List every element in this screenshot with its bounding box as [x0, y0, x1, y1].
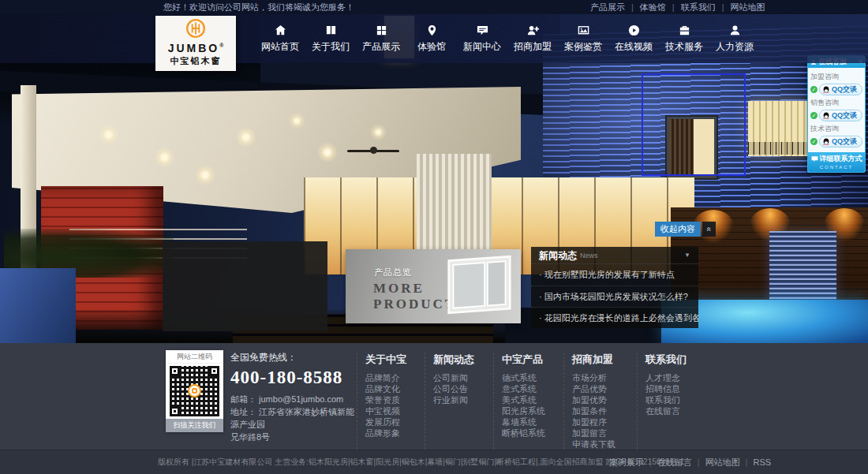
topbar-link-sitemap[interactable]: 网站地图	[716, 2, 765, 12]
footer-column-title: 关于中宝	[365, 353, 425, 367]
online-status-icon: ✓	[810, 112, 817, 119]
top-bar: 您好！欢迎访问公司网站，我们将竭诚为您服务！ 产品展示体验馆联系我们网站地图	[0, 0, 868, 14]
book-icon	[325, 24, 337, 37]
balcony-shape	[748, 101, 808, 156]
collapse-toggle-button[interactable]: «	[702, 222, 716, 237]
footer-link[interactable]: 人才理念	[645, 372, 702, 383]
footer-link[interactable]: 行业新闻	[433, 394, 493, 405]
qq-penguin-icon	[822, 86, 830, 94]
footer-link[interactable]: 加盟程序	[572, 416, 637, 427]
footer-link[interactable]: 德式系统	[502, 372, 563, 383]
qq-row: ✓ QQ交谈	[810, 136, 862, 147]
qq-chat-button[interactable]: QQ交谈	[819, 84, 862, 95]
news-panel-header: 新闻动态 News ▼	[531, 247, 698, 264]
product-overview-panel[interactable]: 产品总览 MORE PRODUCTS	[346, 249, 521, 323]
topbar-link-experience[interactable]: 体验馆	[625, 2, 666, 12]
topbar-link-products[interactable]: 产品展示	[590, 2, 625, 12]
chevron-down-icon[interactable]: ▼	[684, 247, 690, 264]
dark-slide-panel	[163, 241, 327, 331]
footer-link[interactable]: 阳光房系统	[502, 405, 563, 416]
nav-label: 案例鉴赏	[564, 40, 602, 54]
footer-link[interactable]: 品牌简介	[365, 372, 425, 383]
nav-item-about[interactable]: 关于我们	[308, 14, 354, 63]
footer-link[interactable]: 意式系统	[502, 383, 563, 394]
footer-link[interactable]: 断桥铝系统	[502, 427, 563, 439]
footer-link[interactable]: 美式系统	[502, 394, 563, 405]
footer-link[interactable]: 联系我们	[645, 394, 702, 405]
nav-item-experience-hall[interactable]: 体验馆	[409, 14, 455, 63]
hotline-number: 400-180-8588	[230, 368, 357, 388]
topbar-link-contact[interactable]: 联系我们	[666, 2, 716, 12]
contact-sub-label: CONTACT	[808, 165, 865, 170]
qr-card-caption: 扫描关注我们	[166, 419, 223, 432]
footer-column-about: 关于中宝 品牌简介 品牌文化 荣誉资质 中宝视频 发展历程 品牌形象	[357, 353, 425, 450]
footer-link[interactable]: 公司新闻	[433, 372, 493, 383]
bottom-link-rss[interactable]: RSS	[740, 457, 771, 467]
logo-subtitle: 中宝铝木窗	[170, 55, 222, 67]
nav-label: 产品展示	[362, 40, 400, 54]
page: 您好！欢迎访问公司网站，我们将竭诚为您服务！ 产品展示体验馆联系我们网站地图	[0, 0, 868, 474]
nav-label: 招商加盟	[514, 40, 552, 54]
footer-link[interactable]: 幕墙系统	[502, 416, 563, 427]
footer-link[interactable]: 加盟条件	[572, 405, 637, 416]
nav-item-videos[interactable]: 在线视频	[611, 14, 657, 63]
footer-link[interactable]: 加盟优势	[572, 394, 637, 405]
footer-link[interactable]: 品牌文化	[365, 383, 425, 394]
nav-item-cases[interactable]: 案例鉴赏	[560, 14, 606, 63]
bottom-link-cases[interactable]: 案例展示	[609, 457, 644, 467]
qq-chat-button[interactable]: QQ交谈	[819, 110, 862, 121]
footer-link[interactable]: 加盟留言	[572, 427, 637, 439]
qq-group-label: 加盟咨询	[810, 72, 862, 82]
selection-rectangle	[642, 73, 746, 176]
qq-row: ✓ QQ交谈	[810, 110, 862, 121]
footer-link[interactable]: 荣誉资质	[365, 394, 425, 405]
footer-link[interactable]: 在线留言	[645, 405, 702, 416]
footer-link[interactable]: 申请表下载	[572, 439, 637, 450]
copyright-bar: 版权所有 |江苏中宝建材有限公司 主营业务:铝木阳光房|铝木窗|阳光房|铜包木|…	[0, 450, 868, 474]
footer-link[interactable]: 发展历程	[365, 416, 425, 427]
qq-chat-button[interactable]: QQ交谈	[819, 136, 862, 147]
address-line: 地址： 江苏省张家港妙桥镇新能源产业园	[230, 405, 357, 431]
footer-link[interactable]: 公司公告	[433, 383, 493, 394]
nav-item-home[interactable]: 网站首页	[257, 14, 303, 63]
company-logo[interactable]: JUMBO® 中宝铝木窗	[155, 16, 236, 71]
email-line: 邮箱： jumbo@51jumbo.com	[230, 393, 357, 405]
qr-center-logo-icon	[188, 384, 201, 397]
bottom-link-sitemap[interactable]: 网站地图	[692, 457, 740, 467]
nav-item-join[interactable]: 招商加盟	[510, 14, 556, 63]
qq-penguin-icon	[822, 138, 830, 146]
qr-card-title: 网站二维码	[166, 350, 223, 364]
video-icon	[628, 24, 640, 37]
footer-link[interactable]: 市场分析	[572, 372, 637, 383]
news-list-item[interactable]: · 花园阳光房在漫长的道路上必然会遇到各种挑战	[531, 307, 698, 328]
news-subtitle: News	[580, 247, 684, 264]
news-list-item[interactable]: · 现在别墅阳光房的发展有了新特点	[531, 264, 698, 286]
nav-item-products[interactable]: 产品展示	[358, 14, 404, 63]
nav-menu: 网站首页 关于我们 产品展示 体验馆 新闻中心 招商加盟	[255, 14, 760, 63]
footer-column-title: 联系我们	[645, 353, 702, 367]
user-plus-icon	[527, 24, 539, 37]
map-pin-icon	[426, 24, 438, 37]
online-service-body: 加盟咨询 ✓ QQ交谈 销售咨询 ✓ QQ交谈 技术咨询 ✓	[808, 68, 865, 150]
online-status-icon: ✓	[810, 138, 817, 145]
main-navbar: 网站首页 关于我们 产品展示 体验馆 新闻中心 招商加盟	[0, 14, 868, 63]
footer-link[interactable]: 中宝视频	[365, 405, 425, 416]
nav-label: 网站首页	[261, 40, 299, 54]
news-panel: 新闻动态 News ▼ · 现在别墅阳光房的发展有了新特点 · 国内市场花园阳光…	[531, 247, 698, 328]
bottom-link-message[interactable]: 在线留言	[644, 457, 692, 467]
footer-link[interactable]: 品牌形象	[365, 427, 425, 439]
chat-icon	[477, 24, 488, 37]
footer-link[interactable]: 产品优势	[572, 383, 637, 394]
welcome-text: 您好！欢迎访问公司网站，我们将竭诚为您服务！	[163, 0, 354, 14]
online-status-icon: ✓	[810, 86, 817, 93]
qq-penguin-icon	[822, 112, 830, 120]
qq-row: ✓ QQ交谈	[810, 84, 862, 95]
news-list-item[interactable]: · 国内市场花园阳光房发展状况怎么样?	[531, 286, 698, 307]
nav-item-news[interactable]: 新闻中心	[459, 14, 505, 63]
nav-item-tech-service[interactable]: 技术服务	[661, 14, 707, 63]
contact-details-button[interactable]: 详细联系方式 CONTACT	[808, 152, 865, 172]
collapse-content-button[interactable]: 收起内容	[655, 222, 701, 237]
window-product-image	[446, 254, 513, 317]
footer-link[interactable]: 招聘信息	[645, 383, 702, 394]
nav-item-hr[interactable]: 人力资源	[712, 14, 758, 63]
